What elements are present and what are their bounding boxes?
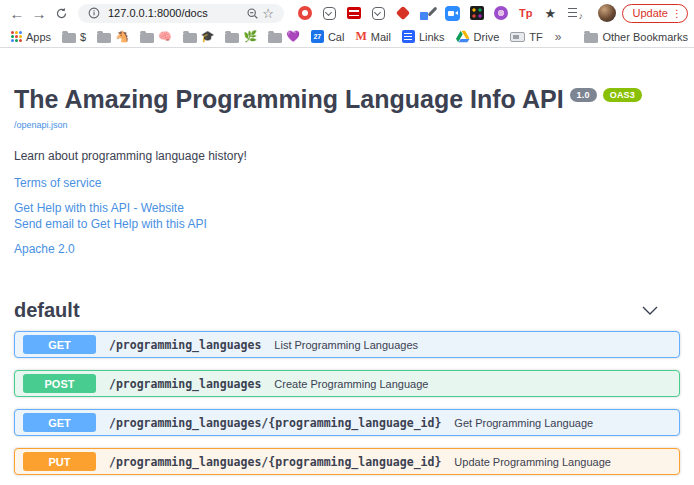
extension-mosaic-icon[interactable]	[469, 5, 485, 21]
endpoint-path: /programming_languages/{programming_lang…	[109, 455, 441, 469]
profile-avatar[interactable]	[598, 4, 616, 22]
url-text[interactable]: 127.0.0.1:8000/docs	[108, 7, 208, 19]
gmail-icon: M	[355, 29, 366, 44]
endpoint-summary: Update Programming Language	[454, 456, 611, 468]
swagger-page: The Amazing Programming Language Info AP…	[0, 85, 694, 485]
oas3-badge: OAS3	[603, 88, 642, 102]
drive-icon	[456, 30, 470, 43]
reload-icon	[55, 7, 68, 20]
extension-speech-bubble-icon[interactable]	[321, 5, 337, 21]
chevron-down-icon[interactable]	[642, 306, 658, 315]
extensions-area: Tp ★	[284, 5, 596, 21]
endpoint-row-get-one[interactable]: GET /programming_languages/{programming_…	[14, 409, 680, 436]
folder-icon	[268, 33, 282, 43]
eyedropper-icon[interactable]	[419, 5, 435, 21]
endpoint-path: /programming_languages	[109, 338, 261, 352]
bookmark-folder-horse[interactable]: 🐴	[94, 30, 132, 43]
terms-of-service-link[interactable]: Terms of service	[14, 176, 680, 190]
endpoint-summary: List Programming Languages	[274, 339, 418, 351]
card-icon	[510, 32, 525, 42]
browser-menu-icon[interactable]: ⋮	[672, 8, 682, 19]
bookmark-drive[interactable]: Drive	[453, 30, 503, 43]
version-badge: 1.0	[570, 88, 597, 102]
bookmark-tf[interactable]: TF	[507, 31, 545, 43]
bookmarks-overflow-chevron[interactable]: »	[551, 30, 566, 44]
pocket-icon[interactable]	[370, 5, 386, 21]
api-description: Learn about programming language history…	[14, 149, 680, 163]
endpoint-row-post-create[interactable]: POST /programming_languages Create Progr…	[14, 370, 680, 397]
bookmark-folder-heart[interactable]: 💜	[265, 30, 303, 43]
calendar-icon: 27	[311, 30, 324, 43]
bookmark-star-icon[interactable]: ☆	[260, 5, 276, 21]
links-icon	[402, 30, 415, 43]
extension-tp-icon[interactable]: Tp	[518, 5, 534, 21]
extension-purple-flower-icon[interactable]	[493, 5, 509, 21]
zoom-camera-icon[interactable]	[444, 5, 460, 21]
method-badge: GET	[23, 413, 96, 432]
openapi-spec-link[interactable]: /openapi.json	[14, 120, 68, 130]
method-badge: GET	[23, 335, 96, 354]
bookmark-folder-leaf[interactable]: 🌿	[222, 30, 260, 43]
folder-icon	[97, 33, 111, 43]
bookmark-folder-gradcap[interactable]: 🎓	[180, 30, 218, 43]
reload-button[interactable]	[50, 2, 72, 24]
folder-icon	[584, 33, 598, 43]
page-title: The Amazing Programming Language Info AP…	[14, 85, 680, 114]
endpoint-path: /programming_languages/{programming_lang…	[109, 416, 441, 430]
update-label: Update	[633, 7, 668, 19]
bookmark-folder-brain[interactable]: 🧠	[137, 30, 175, 43]
folder-icon	[62, 33, 76, 43]
bookmark-apps[interactable]: Apps	[8, 31, 54, 43]
tag-section-header[interactable]: default	[14, 293, 680, 331]
bookmark-mail[interactable]: M Mail	[352, 29, 394, 44]
extension-pinwheel-icon[interactable]: ★	[542, 5, 558, 21]
help-website-link[interactable]: Get Help with this API - Website	[14, 201, 680, 215]
method-badge: POST	[23, 374, 96, 393]
address-bar[interactable]: 127.0.0.1:8000/docs ☆	[78, 4, 284, 23]
help-email-link[interactable]: Send email to Get Help with this API	[14, 217, 680, 231]
extension-red-badge-icon[interactable]	[346, 5, 362, 21]
folder-icon	[225, 33, 239, 43]
license-link[interactable]: Apache 2.0	[14, 242, 680, 256]
folder-icon	[140, 33, 154, 43]
section-title: default	[14, 299, 80, 322]
extension-red-diamond-icon[interactable]	[395, 5, 411, 21]
other-bookmarks[interactable]: Other Bookmarks	[581, 31, 691, 43]
bookmarks-bar: Apps $ 🐴 🧠 🎓 🌿 💜 27 Cal M Mail Links	[0, 26, 694, 48]
site-info-icon[interactable]	[86, 5, 102, 21]
zoom-out-icon[interactable]	[244, 5, 260, 21]
endpoint-row-put-update[interactable]: PUT /programming_languages/{programming_…	[14, 448, 680, 475]
extension-red-circle-icon[interactable]	[297, 5, 313, 21]
bookmark-folder-dollar[interactable]: $	[59, 31, 89, 43]
method-badge: PUT	[23, 452, 96, 471]
back-button[interactable]: ←	[6, 2, 28, 24]
endpoint-summary: Create Programming Language	[274, 378, 428, 390]
endpoint-row-get-list[interactable]: GET /programming_languages List Programm…	[14, 331, 680, 358]
bookmark-calendar[interactable]: 27 Cal	[308, 30, 348, 43]
extension-playlist-icon[interactable]	[567, 5, 583, 21]
apps-grid-icon	[11, 31, 22, 42]
chrome-update-button[interactable]: Update ⋮	[622, 4, 688, 23]
endpoint-path: /programming_languages	[109, 377, 261, 391]
browser-toolbar: ← → 127.0.0.1:8000/docs ☆	[0, 0, 694, 26]
folder-icon	[183, 33, 197, 43]
endpoint-summary: Get Programming Language	[454, 417, 593, 429]
forward-button[interactable]: →	[28, 2, 50, 24]
bookmark-links[interactable]: Links	[399, 30, 448, 43]
